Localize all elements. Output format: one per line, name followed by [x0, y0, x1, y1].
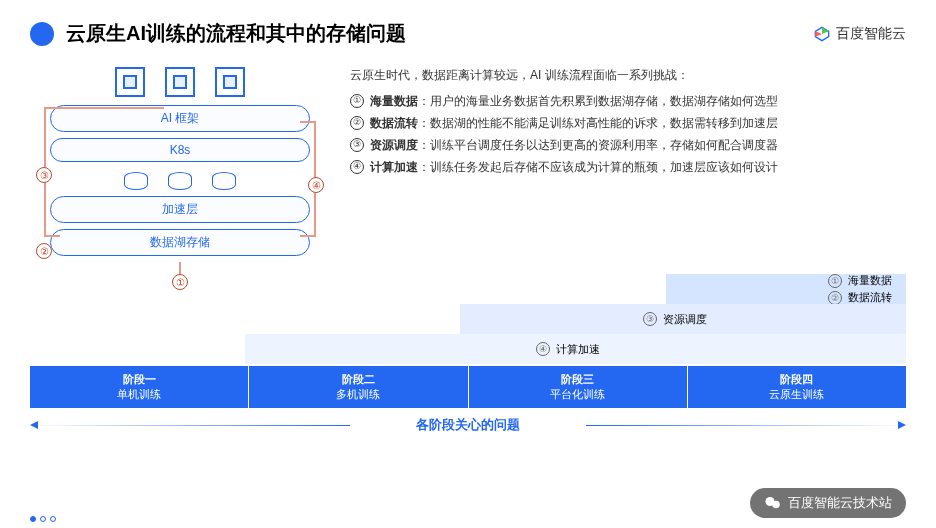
cylinder-icon	[212, 172, 236, 190]
stair-num-icon: ③	[643, 312, 657, 326]
phase-2: 阶段二多机训练	[249, 366, 468, 408]
desc-num-icon: ④	[350, 160, 364, 174]
arrow-line	[44, 107, 164, 109]
desc-num-icon: ②	[350, 116, 364, 130]
arrow-line	[44, 235, 60, 237]
stair-label: 海量数据	[848, 273, 892, 288]
axis-label: 各阶段关心的问题	[0, 416, 936, 434]
dot-icon	[50, 516, 56, 522]
page-dots	[30, 516, 56, 522]
diagram-step-4: ④	[308, 177, 324, 193]
brand-text: 百度智能云	[836, 25, 906, 43]
arrow-line	[300, 235, 316, 237]
layer-datalake: 数据湖存储	[50, 229, 310, 256]
desc-num-icon: ①	[350, 94, 364, 108]
brand-logo-icon	[814, 26, 830, 42]
chip-icon	[115, 67, 145, 97]
phase-4: 阶段四云原生训练	[688, 366, 906, 408]
diagram-step-2: ②	[36, 243, 52, 259]
phase-bar: 阶段一单机训练 阶段二多机训练 阶段三平台化训练 阶段四云原生训练	[0, 366, 936, 408]
wechat-badge: 百度智能云技术站	[750, 488, 906, 518]
wechat-icon	[764, 494, 782, 512]
stair-num-icon: ①	[828, 274, 842, 288]
phase-1: 阶段一单机训练	[30, 366, 249, 408]
layer-ai-framework: AI 框架	[50, 105, 310, 132]
wechat-text: 百度智能云技术站	[788, 494, 892, 512]
diagram-step-3: ③	[36, 167, 52, 183]
arrow-right-icon	[898, 421, 906, 429]
desc-num-icon: ③	[350, 138, 364, 152]
stair-label: 资源调度	[663, 312, 707, 327]
brand: 百度智能云	[814, 25, 906, 43]
layer-k8s: K8s	[50, 138, 310, 162]
architecture-diagram: AI 框架 K8s 加速层 数据湖存储 ③ ② ④ ①	[30, 67, 330, 262]
stair-num-icon: ④	[536, 342, 550, 356]
dot-icon	[30, 516, 36, 522]
page-title: 云原生AI训练的流程和其中的存储问题	[66, 20, 406, 47]
svg-point-4	[772, 501, 780, 509]
stair-label: 数据流转	[848, 290, 892, 305]
phase-3: 阶段三平台化训练	[469, 366, 688, 408]
diagram-step-1: ①	[172, 274, 188, 290]
cylinder-icon	[124, 172, 148, 190]
intro-text: 云原生时代，数据距离计算较远，AI 训练流程面临一系列挑战：	[350, 67, 906, 84]
svg-marker-2	[815, 31, 822, 36]
stair-num-icon: ②	[828, 291, 842, 305]
header-dot-icon	[30, 22, 54, 46]
cylinder-icon	[168, 172, 192, 190]
staircase-chart: ①海量数据 ②数据流转 ③资源调度 ④计算加速	[0, 274, 936, 364]
desc-item: ④计算加速：训练任务发起后存储不应该成为计算的瓶颈，加速层应该如何设计	[350, 158, 906, 176]
dot-icon	[40, 516, 46, 522]
chip-icon	[215, 67, 245, 97]
desc-item: ①海量数据：用户的海量业务数据首先积累到数据湖存储，数据湖存储如何选型	[350, 92, 906, 110]
stair-label: 计算加速	[556, 342, 600, 357]
arrow-left-icon	[30, 421, 38, 429]
desc-item: ②数据流转：数据湖的性能不能满足训练对高性能的诉求，数据需转移到加速层	[350, 114, 906, 132]
description: 云原生时代，数据距离计算较远，AI 训练流程面临一系列挑战： ①海量数据：用户的…	[350, 67, 906, 262]
desc-item: ③资源调度：训练平台调度任务以达到更高的资源利用率，存储如何配合调度器	[350, 136, 906, 154]
chip-icon	[165, 67, 195, 97]
layer-accel: 加速层	[50, 196, 310, 223]
arrow-line	[300, 121, 316, 123]
header: 云原生AI训练的流程和其中的存储问题 百度智能云	[0, 0, 936, 57]
